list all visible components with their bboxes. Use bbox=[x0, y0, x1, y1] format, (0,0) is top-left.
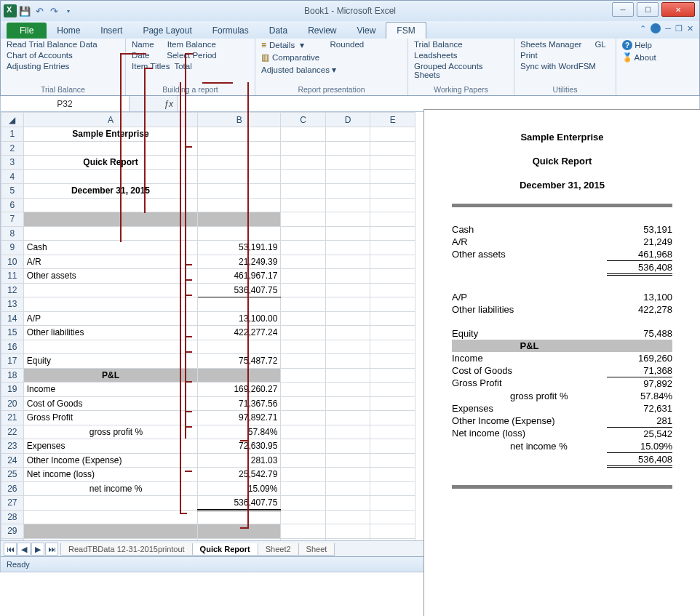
col-header-d[interactable]: D bbox=[325, 113, 370, 127]
tab-fsm[interactable]: FSM bbox=[386, 22, 426, 39]
cmd-trial-balance[interactable]: Trial Balance bbox=[414, 40, 508, 49]
sheet-tab-quick-report[interactable]: Quick Report bbox=[192, 543, 258, 556]
cell-b20[interactable]: 71,367.56 bbox=[198, 396, 281, 411]
qat-dropdown-icon[interactable]: ▾ bbox=[62, 4, 75, 17]
status-text: Ready bbox=[7, 560, 30, 569]
win-close-icon[interactable]: ✕ bbox=[687, 24, 693, 33]
cmd-name[interactable]: Name bbox=[132, 40, 154, 49]
sheet-nav-next-icon[interactable]: ▶ bbox=[31, 543, 44, 556]
col-header-e[interactable]: E bbox=[370, 113, 415, 127]
tab-data[interactable]: Data bbox=[259, 23, 298, 39]
details-icon: ≡ bbox=[261, 40, 266, 50]
cell-a9[interactable]: Cash bbox=[23, 241, 197, 255]
sheet-nav-first-icon[interactable]: ⏮ bbox=[4, 543, 17, 556]
save-icon[interactable]: 💾 bbox=[18, 4, 31, 17]
cmd-sync-wordfsm[interactable]: Sync with WordFSM bbox=[520, 62, 610, 71]
cell-b23[interactable]: 72,630.95 bbox=[198, 439, 281, 454]
redo-icon[interactable]: ↷ bbox=[47, 4, 60, 17]
cell-b15[interactable]: 422,277.24 bbox=[198, 326, 281, 340]
cmd-details[interactable]: ≡Details ▾ bbox=[261, 40, 304, 50]
cmd-read-tb[interactable]: Read Trial Balance Data bbox=[7, 40, 119, 49]
printout-table: Cash53,191 A/R21,249 Other assets461,968… bbox=[452, 223, 672, 468]
cmd-leadsheets[interactable]: Leadsheets bbox=[414, 51, 508, 60]
cmd-adj-balances[interactable]: Adjusted balances ▾ bbox=[261, 65, 402, 75]
tab-file[interactable]: File bbox=[7, 23, 47, 39]
cell-b26[interactable]: 15.09% bbox=[198, 481, 281, 496]
tab-review[interactable]: Review bbox=[298, 23, 346, 39]
cmd-rounded[interactable]: Rounded bbox=[330, 40, 365, 50]
cell-b25[interactable]: 25,542.79 bbox=[198, 468, 281, 482]
win-min-icon[interactable]: ─ bbox=[665, 24, 671, 33]
cell-a19[interactable]: Income bbox=[23, 383, 197, 397]
cell-a18[interactable]: P&L bbox=[23, 368, 197, 383]
cmd-total[interactable]: Total bbox=[174, 62, 191, 71]
cell-a1[interactable]: Sample Enterprise bbox=[23, 127, 197, 142]
cell-b21[interactable]: 97,892.71 bbox=[198, 411, 281, 425]
maximize-button[interactable]: ☐ bbox=[637, 2, 659, 17]
col-header-a[interactable]: A bbox=[23, 113, 197, 127]
cell-b22[interactable]: 57.84% bbox=[198, 425, 281, 439]
cell-a17[interactable]: Equity bbox=[23, 354, 197, 369]
cell-b10[interactable]: 21,249.39 bbox=[198, 255, 281, 269]
minimize-button[interactable]: ─ bbox=[612, 2, 634, 17]
cmd-sheets-manager[interactable]: Sheets Manager bbox=[520, 40, 581, 49]
ribbon-minimize-icon[interactable]: ⌃ bbox=[640, 24, 646, 33]
cell-a26[interactable]: net income % bbox=[23, 481, 197, 496]
sheet-tab-sheet3[interactable]: Sheet bbox=[298, 543, 335, 556]
cell-b27[interactable]: 536,407.75 bbox=[198, 496, 281, 511]
col-header-c[interactable]: C bbox=[281, 113, 326, 127]
cell-a24[interactable]: Other Income (Expense) bbox=[23, 453, 197, 468]
tab-formulas[interactable]: Formulas bbox=[202, 23, 259, 39]
cell-a20[interactable]: Cost of Goods bbox=[23, 396, 197, 411]
tab-home[interactable]: Home bbox=[47, 23, 90, 39]
cell-b11[interactable]: 461,967.17 bbox=[198, 269, 281, 284]
select-all-cell[interactable]: ◢ bbox=[1, 113, 24, 127]
cell-b17[interactable]: 75,487.72 bbox=[198, 354, 281, 369]
help-icon[interactable]: ? bbox=[651, 23, 661, 33]
cmd-adj-entries[interactable]: Adjusting Entries bbox=[7, 62, 119, 71]
cell-a25[interactable]: Net income (loss) bbox=[23, 468, 197, 482]
cmd-item-balance[interactable]: Item Balance bbox=[167, 40, 216, 49]
cmd-about[interactable]: 🏅 About bbox=[622, 52, 661, 63]
fx-label[interactable]: ƒx bbox=[130, 96, 178, 111]
cmd-gl[interactable]: GL bbox=[594, 40, 605, 49]
sheet-nav-prev-icon[interactable]: ◀ bbox=[17, 543, 31, 556]
win-restore-icon[interactable]: ❐ bbox=[675, 24, 683, 33]
group-report-presentation: Report presentation bbox=[261, 85, 402, 95]
cmd-grouped-accounts[interactable]: Grouped Accounts Sheets bbox=[414, 62, 508, 79]
cell-a10[interactable]: A/R bbox=[23, 255, 197, 269]
tab-view[interactable]: View bbox=[347, 23, 386, 39]
cmd-comparative[interactable]: ▥Comparative bbox=[261, 52, 402, 63]
ribbon-tabs: File Home Insert Page Layout Formulas Da… bbox=[0, 21, 700, 39]
cell-b24[interactable]: 281.03 bbox=[198, 453, 281, 468]
cell-b12[interactable]: 536,407.75 bbox=[198, 283, 281, 297]
cell-b19[interactable]: 169,260.27 bbox=[198, 383, 281, 397]
sheet-nav-last-icon[interactable]: ⏭ bbox=[45, 543, 58, 556]
cell-a11[interactable]: Other assets bbox=[23, 269, 197, 284]
cell-a23[interactable]: Expenses bbox=[23, 439, 197, 454]
cell-b9[interactable]: 53,191.19 bbox=[198, 241, 281, 255]
sheet-tab-sheet2[interactable]: Sheet2 bbox=[258, 543, 299, 556]
tab-insert[interactable]: Insert bbox=[90, 23, 132, 39]
cmd-print[interactable]: Print bbox=[520, 51, 610, 60]
worksheet-grid[interactable]: ◢ A B C D E 1Sample Enterprise 2 3Quick … bbox=[1, 112, 415, 553]
cmd-select-period[interactable]: Select Period bbox=[167, 51, 216, 60]
cmd-chart-accounts[interactable]: Chart of Accounts bbox=[7, 51, 119, 60]
cell-a14[interactable]: A/P bbox=[23, 311, 197, 326]
tab-page-layout[interactable]: Page Layout bbox=[132, 23, 202, 39]
name-box[interactable]: P32 bbox=[1, 96, 130, 111]
cell-a21[interactable]: Gross Profit bbox=[23, 411, 197, 425]
cell-a15[interactable]: Other liabilities bbox=[23, 326, 197, 340]
undo-icon[interactable]: ↶ bbox=[33, 4, 46, 17]
cell-a3[interactable]: Quick Report bbox=[23, 156, 197, 170]
cmd-help[interactable]: ? Help bbox=[622, 40, 661, 50]
cell-a5[interactable]: December 31, 2015 bbox=[23, 184, 197, 199]
cell-a22[interactable]: gross profit % bbox=[23, 425, 197, 439]
cmd-item-titles[interactable]: Item Titles bbox=[132, 62, 170, 71]
app-icon[interactable] bbox=[4, 4, 17, 17]
cmd-date[interactable]: Date bbox=[132, 51, 149, 60]
col-header-b[interactable]: B bbox=[198, 113, 281, 127]
sheet-tab-readtb[interactable]: ReadTBData 12-31-2015printout bbox=[60, 543, 193, 556]
close-button[interactable]: ✕ bbox=[661, 2, 695, 17]
cell-b14[interactable]: 13,100.00 bbox=[198, 311, 281, 326]
